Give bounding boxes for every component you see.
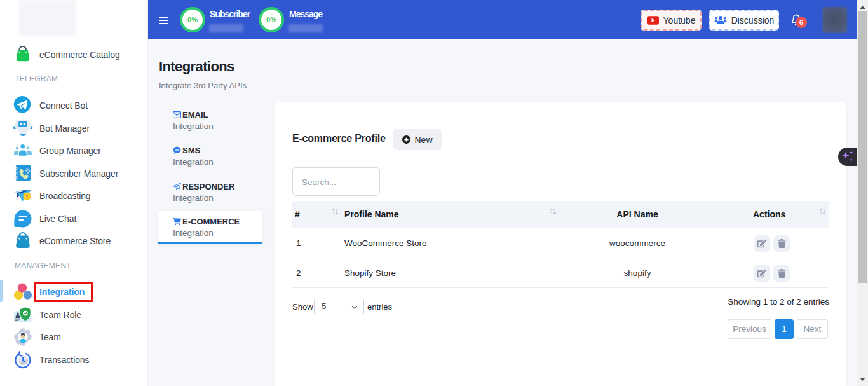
- svg-text:1: 1: [25, 193, 29, 200]
- svg-text:SMS: SMS: [175, 149, 180, 152]
